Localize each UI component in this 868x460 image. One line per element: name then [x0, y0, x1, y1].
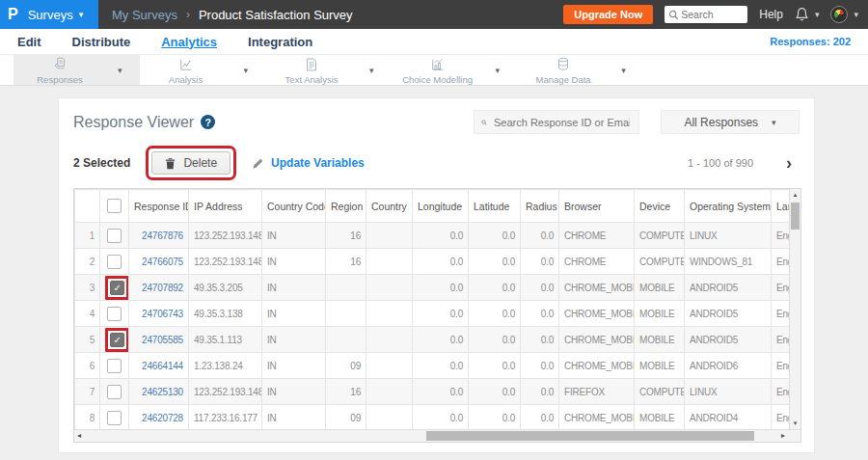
row-checkbox[interactable]	[107, 255, 122, 269]
chevron-down-icon[interactable]: ▾	[244, 66, 249, 75]
page-content: Response Viewer ? All Responses ▾ 2 Sele…	[0, 86, 868, 453]
row-checkbox[interactable]: ✓	[110, 281, 124, 295]
global-search-input[interactable]	[679, 8, 739, 21]
column-header-country[interactable]: Country	[366, 190, 413, 223]
cell-region: 09	[326, 353, 366, 379]
nav-item-integration[interactable]: Integration	[248, 35, 312, 49]
product-menu[interactable]: P Surveys ▾	[0, 0, 98, 29]
cell-num: 6	[75, 353, 100, 379]
row-checkbox[interactable]	[107, 359, 122, 373]
row-checkbox[interactable]	[107, 229, 122, 243]
cell-region: 16	[326, 379, 366, 405]
cell-latitude: 0.0	[469, 301, 521, 327]
column-header-ip-address[interactable]: IP Address	[189, 190, 262, 223]
chevron-down-icon[interactable]: ▾	[369, 66, 374, 75]
chevron-down-icon[interactable]: ▾	[496, 66, 501, 75]
response-id-link[interactable]: 24620728	[129, 405, 189, 431]
response-id-link[interactable]: 24707892	[129, 275, 189, 301]
choice-modelling-icon	[428, 56, 448, 73]
nav-item-analytics[interactable]: Analytics	[161, 35, 217, 49]
vertical-scrollbar[interactable]: ▴ ▾	[789, 189, 800, 429]
breadcrumb-my-surveys[interactable]: My Surveys	[112, 8, 177, 22]
cell-browser: CHROME	[559, 249, 635, 275]
cell-browser: CHROME_MOBILE	[559, 301, 635, 327]
cell-country_code: IN	[262, 405, 326, 431]
cell-os: ANDROID5	[685, 301, 772, 327]
cell-radius: 0.0	[521, 275, 559, 301]
horizontal-scroll-thumb[interactable]	[426, 431, 754, 441]
toolbar-item-analysis[interactable]: Analysis ▾	[140, 55, 266, 85]
cell-country_code: IN	[262, 223, 326, 249]
account-menu[interactable]: ▾	[830, 6, 858, 23]
page-title: Response Viewer	[73, 114, 194, 131]
cell-radius: 0.0	[521, 223, 559, 249]
responses-count: Responses: 202	[770, 36, 851, 47]
column-header-response-id[interactable]: Response ID▴	[129, 190, 189, 223]
column-header-device[interactable]: Device	[635, 190, 685, 223]
cell-device: MOBILE	[635, 353, 685, 379]
cell-country_code: IN	[262, 301, 326, 327]
global-search[interactable]	[665, 6, 747, 23]
breadcrumb-separator-icon: ›	[186, 8, 190, 21]
next-page-icon[interactable]: ›	[786, 154, 792, 172]
chevron-down-icon: ▾	[815, 10, 820, 19]
response-id-link[interactable]: 24706743	[129, 301, 189, 327]
update-variables-link[interactable]: Update Variables	[252, 156, 365, 170]
notifications-menu[interactable]: ▾	[795, 7, 820, 22]
pagination-range: 1 - 100 of 990	[688, 157, 753, 169]
cell-country_code: IN	[262, 353, 326, 379]
column-header-latitude[interactable]: Latitude	[469, 190, 521, 223]
select-all-checkbox[interactable]	[107, 199, 122, 213]
table-row: 124767876123.252.193.148IN160.00.00.0CHR…	[75, 223, 802, 249]
row-checkbox[interactable]	[107, 307, 122, 321]
checkbox-cell	[100, 249, 129, 275]
row-checkbox[interactable]: ✓	[110, 333, 124, 347]
questionpro-logo: P	[8, 6, 18, 23]
chevron-down-icon[interactable]: ▾	[118, 66, 122, 75]
row-checkbox[interactable]	[107, 385, 122, 399]
cell-country_code: IN	[262, 327, 326, 353]
response-id-link[interactable]: 24767876	[129, 223, 189, 249]
cell-country	[366, 327, 413, 353]
column-header-country-code[interactable]: Country Code	[262, 190, 326, 223]
column-header-region[interactable]: Region	[326, 190, 366, 223]
upgrade-now-button[interactable]: Upgrade Now	[563, 5, 653, 24]
horizontal-scrollbar[interactable]: ◂ ▸	[74, 429, 800, 442]
toolbar-item-choice-modelling[interactable]: Choice Modelling ▾	[392, 55, 518, 85]
cell-ip: 49.35.1.113	[189, 327, 262, 353]
select-all-header[interactable]	[100, 190, 129, 223]
nav-item-edit[interactable]: Edit	[17, 35, 41, 49]
cell-country	[366, 301, 413, 327]
help-icon[interactable]: ?	[201, 115, 215, 129]
cell-browser: CHROME_MOBILE	[559, 353, 635, 379]
nav-item-distribute[interactable]: Distribute	[72, 35, 131, 49]
column-header-browser[interactable]: Browser	[559, 190, 635, 223]
responses-filter-dropdown[interactable]: All Responses ▾	[661, 110, 800, 134]
column-header-operating-system[interactable]: Operating System	[685, 190, 772, 223]
cell-os: ANDROID5	[685, 275, 772, 301]
response-id-link[interactable]: 24705585	[129, 327, 189, 353]
scroll-down-icon[interactable]: ▾	[790, 419, 800, 427]
cell-country_code: IN	[262, 379, 326, 405]
column-header-radius[interactable]: Radius	[521, 190, 559, 223]
toolbar-item-text-analysis[interactable]: Text Analysis ▾	[265, 55, 392, 85]
delete-button[interactable]: Delete	[151, 151, 231, 175]
response-id-link[interactable]: 24625130	[129, 379, 189, 405]
row-checkbox[interactable]	[107, 411, 122, 425]
response-search-input[interactable]	[492, 116, 632, 129]
chevron-down-icon[interactable]: ▾	[621, 66, 626, 75]
cell-country	[366, 275, 413, 301]
vertical-scroll-thumb[interactable]	[791, 203, 800, 230]
response-search[interactable]	[474, 110, 639, 134]
scroll-left-icon[interactable]: ◂	[77, 431, 81, 440]
response-id-link[interactable]: 24766075	[129, 249, 189, 275]
scroll-up-icon[interactable]: ▴	[790, 191, 800, 199]
response-id-link[interactable]: 24664144	[129, 353, 189, 379]
scroll-right-icon[interactable]: ▸	[781, 431, 785, 440]
cell-latitude: 0.0	[469, 405, 521, 431]
column-header-longitude[interactable]: Longitude	[413, 190, 469, 223]
toolbar-item-manage-data[interactable]: Manage Data ▾	[517, 55, 643, 85]
help-link[interactable]: Help	[759, 8, 783, 21]
toolbar-item-responses[interactable]: Responses ▾	[14, 55, 140, 85]
cell-ip: 117.233.16.177	[189, 405, 262, 431]
